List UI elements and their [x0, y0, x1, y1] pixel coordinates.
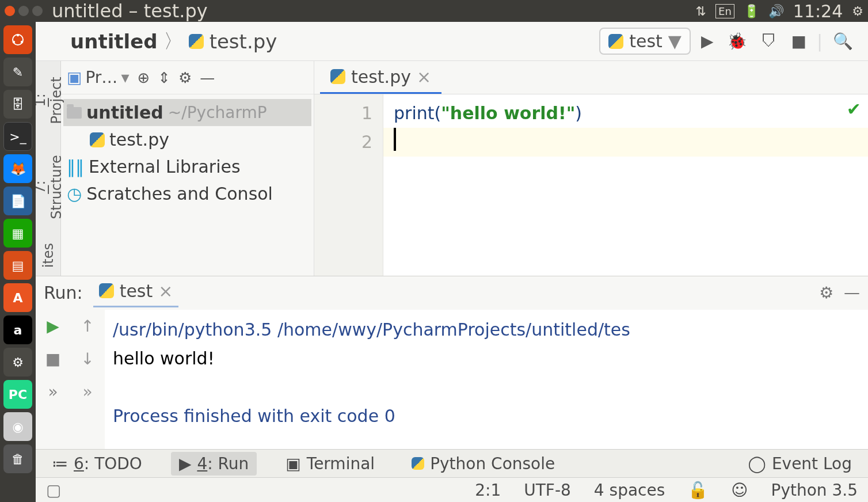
run-output-command: /usr/bin/python3.5 /home/wwy/PycharmProj… — [113, 320, 630, 340]
svg-point-2 — [21, 41, 23, 43]
project-view-label: Pr… — [85, 68, 117, 87]
window-close-button[interactable] — [5, 6, 15, 16]
launcher-software-icon[interactable]: A — [3, 283, 32, 312]
run-button[interactable]: ▶ — [698, 32, 717, 51]
toolwindow-event-log-tab[interactable]: ◯ Event Log — [740, 452, 860, 476]
python-interpreter[interactable]: Python 3.5 — [771, 481, 858, 500]
project-file-node[interactable]: test.py — [63, 126, 311, 153]
project-view-selector[interactable]: ▣ Pr… ▾ — [67, 68, 129, 87]
editor-content[interactable]: ✔ print("hello world!") — [383, 94, 868, 276]
svg-point-1 — [17, 34, 19, 36]
window-maximize-button[interactable] — [32, 6, 43, 16]
select-opened-file-button[interactable]: ⊕ — [137, 69, 150, 86]
close-tab-icon[interactable]: × — [417, 67, 431, 87]
close-tab-icon[interactable]: × — [158, 281, 173, 301]
toolwindow-favorites-tab[interactable]: ites — [40, 235, 56, 276]
window-icon: ▣ — [67, 68, 82, 87]
rerun-button[interactable]: ▶ — [47, 317, 59, 336]
python-icon — [412, 457, 424, 470]
breadcrumb-project[interactable]: untitled — [70, 30, 158, 53]
toolwindow-project-tab[interactable]: 1: Project — [32, 61, 64, 140]
toolwindow-todo-tab[interactable]: ≔ 6: TODO — [44, 452, 150, 476]
project-root-node[interactable]: untitled ~/PycharmP — [63, 99, 311, 126]
project-toolwindow: ▣ Pr… ▾ ⊕ ⇕ ⚙ — untitled ~/PycharmP test… — [61, 61, 314, 276]
search-everywhere-button[interactable]: 🔍 — [829, 32, 856, 51]
stop-button[interactable]: ■ — [45, 349, 60, 368]
external-libraries-node[interactable]: ‖‖ External Libraries — [63, 153, 311, 180]
launcher-calc-icon[interactable]: ▦ — [3, 219, 32, 248]
run-controls-nav: ↑ ↓ » — [70, 310, 105, 450]
breadcrumb[interactable]: untitled 〉 test.py — [70, 28, 592, 55]
keyboard-language-indicator[interactable]: En — [715, 4, 734, 18]
toolwindow-structure-tab[interactable]: 7: Structure — [32, 140, 64, 235]
editor-tabs: test.py × — [314, 61, 868, 94]
chevron-down-icon: ▾ — [121, 68, 129, 87]
indent-settings[interactable]: 4 spaces — [594, 481, 665, 500]
python-file-icon — [189, 34, 204, 49]
readonly-lock-icon[interactable]: 🔓 — [688, 481, 708, 500]
launcher-settings-icon[interactable]: ⚙ — [3, 348, 32, 377]
stop-button[interactable]: ■ — [787, 32, 809, 51]
python-file-icon — [90, 132, 105, 147]
more-nav-button[interactable]: » — [82, 382, 92, 401]
launcher-text-editor-icon[interactable]: ✎ — [3, 58, 32, 86]
inspection-profile-icon[interactable]: ☺ — [731, 481, 748, 500]
left-toolwindow-strip: 1: Project 7: Structure ites — [36, 61, 61, 276]
launcher-writer-icon[interactable]: 📄 — [3, 187, 32, 215]
window-controls — [5, 6, 43, 16]
run-config-selector[interactable]: test ▼ — [599, 28, 691, 55]
up-stacktrace-button[interactable]: ↑ — [81, 317, 94, 336]
more-actions-button[interactable]: » — [48, 382, 58, 401]
scratches-label: Scratches and Consol — [86, 184, 273, 204]
collapse-all-button[interactable]: ⇕ — [158, 69, 170, 86]
toolwindows-toggle-icon[interactable]: ▢ — [46, 481, 61, 500]
scratches-node[interactable]: ◷ Scratches and Consol — [63, 180, 311, 207]
launcher-trash-icon[interactable]: 🗑 — [3, 444, 32, 473]
down-stacktrace-button[interactable]: ↓ — [81, 349, 94, 368]
python-file-icon — [330, 69, 345, 84]
folder-icon — [67, 107, 82, 119]
volume-icon[interactable]: 🔊 — [768, 4, 784, 18]
project-tree[interactable]: untitled ~/PycharmP test.py ‖‖ External … — [61, 94, 314, 276]
toolwindow-run-tab[interactable]: ▶ 4: Run — [171, 452, 257, 476]
desktop-top-bar: untitled – test.py ⇅ En 🔋 🔊 11:24 ⚙ — [0, 0, 868, 22]
current-line-highlight — [383, 128, 868, 157]
system-tray: ⇅ En 🔋 🔊 11:24 ⚙ — [696, 1, 863, 21]
hide-toolwindow-button[interactable]: — — [200, 69, 215, 86]
run-tab-label: test — [120, 281, 153, 301]
caret-position[interactable]: 2:1 — [475, 481, 501, 500]
run-tab-test[interactable]: test × — [93, 279, 179, 307]
debug-button[interactable]: 🐞 — [724, 32, 751, 51]
launcher-terminal-icon[interactable]: >_ — [3, 122, 32, 151]
file-encoding[interactable]: UTF-8 — [524, 481, 571, 500]
launcher-amazon-icon[interactable]: a — [3, 315, 32, 344]
launcher-files-icon[interactable]: 🗄 — [3, 90, 32, 119]
editor-gutter: 1 2 — [314, 94, 383, 276]
toolwindow-settings-button[interactable]: ⚙ — [178, 69, 192, 86]
code-editor[interactable]: 1 2 ✔ print("hello world!") — [314, 94, 868, 276]
run-icon: ▶ — [179, 454, 192, 473]
toolwindow-terminal-tab[interactable]: ▣ Terminal — [277, 452, 383, 476]
editor-tab-testpy[interactable]: test.py × — [320, 61, 441, 94]
window-minimize-button[interactable] — [18, 6, 29, 16]
run-settings-button[interactable]: ⚙ — [819, 283, 833, 302]
launcher-disc-icon[interactable]: ◉ — [3, 412, 32, 441]
code-line-1: print("hello world!") — [394, 99, 858, 128]
python-file-icon — [99, 283, 114, 298]
run-toolwindow: Run: test × ⚙ — ▶ ■ » ↑ ↓ » /usr/bin/pyt… — [36, 276, 868, 450]
launcher-pycharm-icon[interactable]: PC — [3, 380, 32, 409]
breadcrumb-file[interactable]: test.py — [210, 30, 277, 53]
run-controls-left: ▶ ■ » — [36, 310, 70, 450]
inspection-ok-icon[interactable]: ✔ — [847, 99, 861, 119]
coverage-button[interactable]: ⛉ — [757, 32, 781, 51]
launcher-dash-icon[interactable] — [3, 25, 32, 54]
clock[interactable]: 11:24 — [793, 1, 843, 21]
launcher-firefox-icon[interactable]: 🦊 — [3, 154, 32, 183]
hide-run-toolwindow-button[interactable]: — — [844, 283, 860, 302]
battery-icon[interactable]: 🔋 — [744, 4, 759, 18]
system-menu-icon[interactable]: ⚙ — [852, 4, 863, 18]
launcher-impress-icon[interactable]: ▤ — [3, 251, 32, 280]
toolwindow-python-console-tab[interactable]: Python Console — [403, 452, 563, 476]
network-icon[interactable]: ⇅ — [696, 4, 706, 18]
run-console-output[interactable]: /usr/bin/python3.5 /home/wwy/PycharmProj… — [105, 310, 868, 450]
